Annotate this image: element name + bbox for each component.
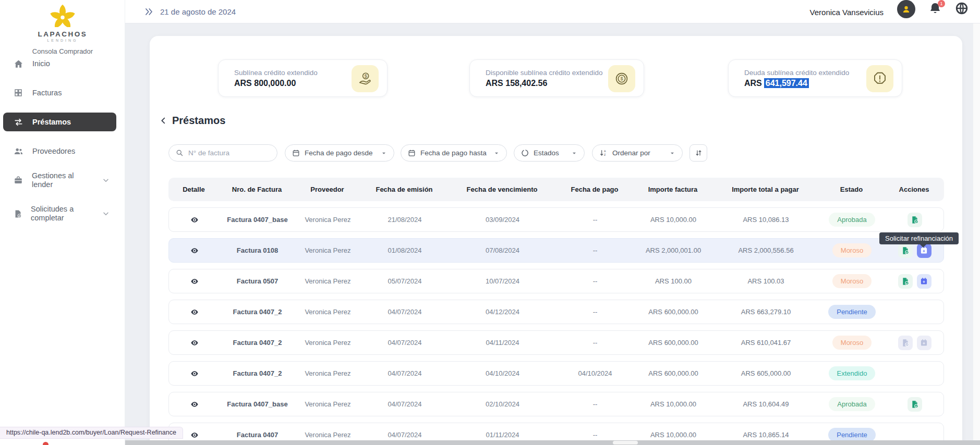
issue-date: 01/08/2024 [360, 246, 449, 254]
date-to-filter[interactable]: Fecha de pago hasta [401, 144, 507, 162]
stat-card-subline-credit: Sublínea crédito extendido ARS 800,000.0… [218, 59, 388, 97]
table-body: Factura 0407_base Veronica Perez 21/08/2… [168, 207, 944, 445]
view-detail-button[interactable] [190, 431, 199, 439]
sidebar-item-inicio[interactable]: Inicio [3, 54, 116, 73]
notifications-button[interactable]: 1 [929, 2, 941, 17]
sort-by-filter[interactable]: A Z Ordenar por [592, 144, 683, 162]
status-badge: Aprobada [829, 397, 875, 411]
view-detail-button[interactable] [190, 308, 199, 316]
sort-az-icon: A Z [599, 149, 608, 157]
user-avatar[interactable] [897, 0, 915, 18]
caret-down-icon [669, 150, 675, 156]
states-filter[interactable]: Estados [514, 144, 585, 162]
loan-document-button[interactable] [898, 336, 913, 350]
request-refinance-button[interactable] [917, 274, 931, 289]
column-header: Fecha de emisión [360, 186, 449, 193]
sidebar-item-facturas[interactable]: Facturas [3, 83, 116, 102]
table-row[interactable]: Factura 0407_base Veronica Perez 04/07/2… [168, 392, 944, 416]
status-cell: Pendiente [819, 428, 885, 442]
column-header: Nro. de Factura [219, 186, 295, 193]
language-button[interactable] [955, 2, 969, 17]
status-badge: Pendiente [828, 305, 876, 319]
states-label: Estados [534, 149, 559, 157]
search-input[interactable] [188, 149, 264, 157]
view-detail-button[interactable] [190, 246, 199, 255]
provider-name: Veronica Perez [295, 339, 360, 347]
view-detail-button[interactable] [190, 400, 199, 409]
total-amount: ARS 10,086.13 [712, 216, 819, 224]
page-title: Préstamos [172, 115, 225, 127]
calendar-icon [292, 149, 300, 157]
view-detail-button[interactable] [190, 369, 199, 378]
column-header: Acciones [884, 186, 944, 193]
caret-down-icon [381, 150, 387, 156]
grid-icon [14, 88, 24, 98]
payment-date: 04/10/2024 [556, 369, 634, 377]
sort-direction-button[interactable] [689, 144, 707, 162]
horizontal-scrollbar[interactable] [125, 440, 980, 445]
invoice-amount: ARS 10,000.00 [634, 216, 712, 224]
issue-date: 04/07/2024 [360, 308, 449, 316]
back-button[interactable] [159, 116, 168, 125]
table-row[interactable]: Factura 0108 Veronica Perez 01/08/2024 0… [168, 238, 944, 263]
search-icon [176, 149, 184, 157]
svg-text:$: $ [620, 76, 623, 81]
globe-icon [955, 2, 969, 15]
table-row[interactable]: Factura 0407_2 Veronica Perez 04/07/2024… [168, 330, 944, 355]
svg-text:A: A [604, 150, 606, 153]
payment-date: -- [556, 308, 634, 316]
actions-cell [885, 213, 945, 227]
column-header: Estado [819, 186, 884, 193]
topbar: 21 de agosto de 2024 Veronica Vanseviciu… [125, 0, 980, 23]
swap-icon [14, 117, 24, 127]
view-detail-button[interactable] [190, 277, 199, 286]
loan-document-button[interactable] [898, 274, 913, 289]
table-row[interactable]: Factura 0507 Veronica Perez 05/07/2024 1… [168, 269, 944, 293]
total-amount: ARS 10,865.14 [712, 431, 819, 439]
due-date: 04/10/2024 [449, 369, 556, 377]
invoice-number: Factura 0407_base [220, 400, 295, 408]
column-header: Detalle [168, 186, 219, 193]
invoice-number: Factura 0407_base [220, 216, 295, 224]
due-date: 10/07/2024 [449, 277, 556, 285]
loan-document-button[interactable] [908, 397, 922, 412]
table-row[interactable]: Factura 0407_2 Veronica Perez 04/07/2024… [168, 300, 944, 324]
status-cell: Moroso [819, 336, 885, 350]
brand-logo: LAPACHOS LENDING Consola Comprador [0, 0, 125, 55]
chevron-down-icon [102, 176, 110, 184]
invoice-search[interactable] [168, 144, 277, 162]
table-row[interactable]: Factura 0407_base Veronica Perez 21/08/2… [168, 207, 944, 232]
view-detail-button[interactable] [190, 339, 199, 347]
detail-cell [169, 339, 220, 347]
caret-down-icon [571, 150, 577, 156]
table-row[interactable]: Factura 0407_2 Veronica Perez 04/07/2024… [168, 361, 944, 386]
vertical-scrollbar[interactable] [973, 23, 980, 440]
issue-date: 04/07/2024 [360, 400, 449, 408]
sidebar-item-prestamos[interactable]: Préstamos [3, 113, 116, 131]
column-header: Proveedor [295, 186, 360, 193]
provider-name: Veronica Perez [295, 308, 360, 316]
sidebar-nav: Inicio Facturas Préstamos Proveedores Ge… [0, 54, 125, 238]
hand-coin-icon: $ [352, 65, 379, 92]
view-detail-button[interactable] [190, 216, 199, 224]
status-badge: Moroso [832, 336, 872, 350]
stat-card-debt-credit: Deuda sublínea crédito extendido ARS641,… [728, 59, 902, 97]
sidebar-item-solicitudes-a-completar[interactable]: Solicitudes a completar [3, 200, 116, 227]
issue-date: 21/08/2024 [360, 216, 449, 224]
collapse-sidebar-icon[interactable] [144, 7, 154, 17]
horizontal-scrollbar-thumb[interactable] [613, 441, 638, 444]
request-refinance-button[interactable] [917, 336, 931, 350]
loan-document-button[interactable] [898, 243, 913, 258]
refinance-tooltip: Solicitar refinanciación [879, 232, 959, 244]
sidebar-item-proveedores[interactable]: Proveedores [3, 142, 116, 160]
date-from-filter[interactable]: Fecha de pago desde [285, 144, 394, 162]
status-cell: Extendido [819, 366, 885, 380]
status-cell: Pendiente [819, 305, 885, 319]
stat-label: Disponible sublínea crédito extendido [486, 68, 603, 77]
status-cell: Aprobada [819, 213, 885, 227]
loan-document-button[interactable] [908, 213, 922, 227]
brand-subname: LENDING [0, 39, 125, 42]
calendar-icon [408, 149, 416, 157]
sidebar-item-gestiones-al-lender[interactable]: Gestiones al lender [3, 171, 116, 190]
notification-badge: 1 [938, 0, 945, 7]
